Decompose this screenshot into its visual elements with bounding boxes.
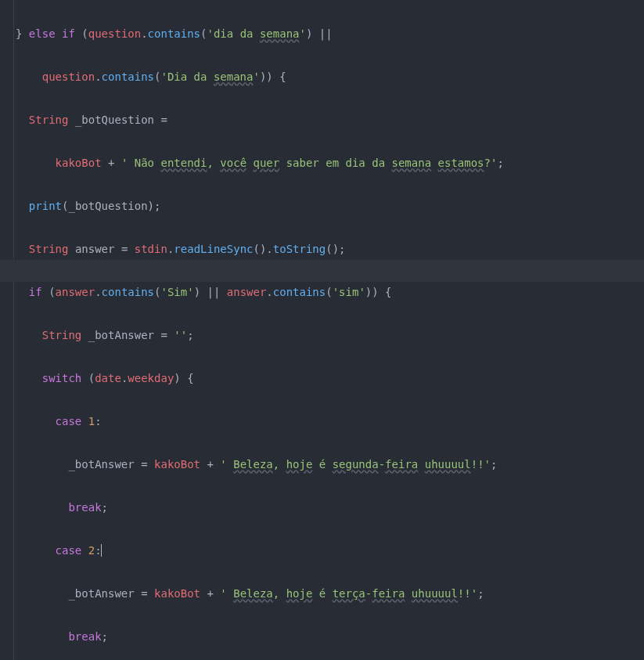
- code-line[interactable]: case 2:: [14, 540, 504, 562]
- code-line[interactable]: String _botAnswer = '';: [14, 325, 504, 347]
- code-line[interactable]: break;: [14, 497, 504, 519]
- code-line[interactable]: String answer = stdin.readLineSync().toS…: [14, 239, 504, 261]
- code-line[interactable]: switch (date.weekday) {: [14, 368, 504, 390]
- code-line[interactable]: String _botQuestion =: [14, 110, 504, 132]
- code-line[interactable]: _botAnswer = kakoBot + ' Beleza, hoje é …: [14, 583, 504, 605]
- code-line[interactable]: case 1:: [14, 411, 504, 433]
- code-line[interactable]: if (answer.contains('Sim') || answer.con…: [14, 282, 504, 304]
- code-line[interactable]: } else if (question.contains('dia da sem…: [14, 23, 504, 45]
- code-line[interactable]: break;: [14, 626, 504, 648]
- code-line[interactable]: _botAnswer = kakoBot + ' Beleza, hoje é …: [14, 454, 504, 476]
- code-editor-content[interactable]: } else if (question.contains('dia da sem…: [14, 0, 504, 660]
- editor-gutter: [0, 0, 14, 660]
- code-line[interactable]: kakoBot + ' Não entendi, você quer saber…: [14, 153, 504, 175]
- text-cursor: [101, 544, 102, 557]
- code-line[interactable]: question.contains('Dia da semana')) {: [14, 67, 504, 88]
- code-line[interactable]: print(_botQuestion);: [14, 196, 504, 218]
